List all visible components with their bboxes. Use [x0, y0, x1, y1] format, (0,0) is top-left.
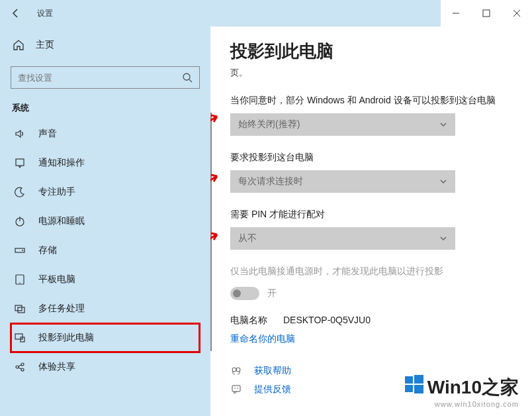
search-input[interactable]	[18, 73, 182, 83]
svg-rect-12	[18, 307, 24, 313]
sidebar-item-shared[interactable]: 体验共享	[11, 352, 200, 382]
multitask-icon	[12, 303, 28, 315]
page-subtitle: 页。	[230, 67, 512, 79]
svg-point-10	[19, 282, 21, 284]
sidebar-item-tablet[interactable]: 平板电脑	[11, 265, 200, 294]
pc-name-label: 电脑名称	[230, 315, 283, 327]
svg-point-22	[237, 388, 238, 389]
scroll-indicator[interactable]	[210, 113, 212, 351]
dropdown-pin[interactable]: 从不	[230, 227, 455, 250]
setting-label-pin: 需要 PIN 才能进行配对	[230, 209, 512, 221]
annotation-arrow	[210, 111, 220, 131]
windows-logo-icon	[405, 375, 423, 393]
svg-rect-1	[483, 10, 490, 17]
svg-rect-24	[414, 375, 423, 384]
feedback-icon	[230, 384, 246, 395]
svg-point-8	[22, 250, 23, 251]
notification-icon	[12, 157, 28, 169]
pc-name-value: DESKTOP-0Q5VJU0	[283, 315, 371, 327]
window-title: 设置	[37, 8, 53, 19]
svg-point-21	[234, 388, 236, 389]
moon-icon	[12, 186, 28, 198]
svg-rect-11	[15, 305, 22, 311]
sidebar-item-power[interactable]: 电源和睡眠	[11, 207, 200, 236]
sidebar: 主页 系统 声音 通知和操作 专注助手 电源和睡眠 存储 平板电脑	[0, 26, 210, 416]
chevron-down-icon	[439, 121, 447, 129]
content-area: 投影到此电脑 页。 当你同意时，部分 Windows 和 Android 设备可…	[210, 26, 532, 416]
home-icon	[11, 39, 26, 51]
annotation-arrow	[210, 229, 220, 249]
search-icon	[182, 72, 193, 83]
svg-point-17	[21, 368, 24, 371]
sidebar-item-storage[interactable]: 存储	[11, 236, 200, 265]
svg-point-2	[183, 74, 190, 80]
svg-rect-4	[16, 159, 24, 166]
toggle-state-label: 开	[267, 287, 277, 299]
svg-rect-25	[405, 385, 413, 392]
help-icon	[230, 365, 246, 377]
svg-point-15	[16, 366, 19, 368]
sound-icon	[12, 128, 28, 140]
watermark: Win10之家 www.win10xitong.com	[405, 375, 519, 408]
home-label: 主页	[36, 39, 54, 51]
setting-label-consent: 当你同意时，部分 Windows 和 Android 设备可以投影到这台电脑	[230, 95, 512, 107]
chevron-down-icon	[439, 234, 447, 242]
back-button[interactable]	[0, 0, 32, 26]
sidebar-item-notifications[interactable]: 通知和操作	[11, 148, 200, 178]
svg-rect-20	[232, 386, 240, 391]
svg-line-3	[189, 79, 192, 82]
svg-rect-26	[414, 385, 423, 393]
svg-rect-23	[405, 376, 413, 384]
storage-icon	[12, 244, 28, 256]
sidebar-item-focus[interactable]: 专注助手	[11, 178, 200, 207]
home-nav[interactable]: 主页	[11, 32, 200, 58]
rename-link[interactable]: 重命名你的电脑	[230, 333, 512, 345]
share-icon	[12, 361, 28, 373]
project-icon	[12, 332, 28, 344]
maximize-button[interactable]	[471, 0, 502, 26]
sidebar-item-sound[interactable]: 声音	[11, 119, 200, 148]
setting-label-power-only: 仅当此电脑接通电源时，才能发现此电脑以进行投影	[230, 266, 512, 278]
dropdown-consent[interactable]: 始终关闭(推荐)	[230, 113, 455, 136]
page-title: 投影到此电脑	[230, 40, 512, 63]
search-input-wrapper[interactable]	[11, 66, 200, 89]
minimize-button[interactable]	[441, 0, 471, 26]
section-header: 系统	[12, 102, 200, 114]
toggle-power-only[interactable]	[230, 287, 259, 300]
setting-label-ask: 要求投影到这台电脑	[230, 152, 512, 164]
chevron-down-icon	[439, 178, 447, 185]
svg-point-16	[21, 363, 24, 366]
annotation-arrow	[210, 171, 220, 191]
sidebar-item-multitask[interactable]: 多任务处理	[11, 294, 200, 323]
dropdown-ask[interactable]: 每次请求连接时	[230, 170, 455, 193]
sidebar-item-projecting[interactable]: 投影到此电脑	[11, 323, 200, 352]
tablet-icon	[12, 274, 28, 286]
power-icon	[12, 215, 28, 227]
close-button[interactable]	[502, 0, 532, 26]
svg-rect-13	[15, 334, 22, 339]
